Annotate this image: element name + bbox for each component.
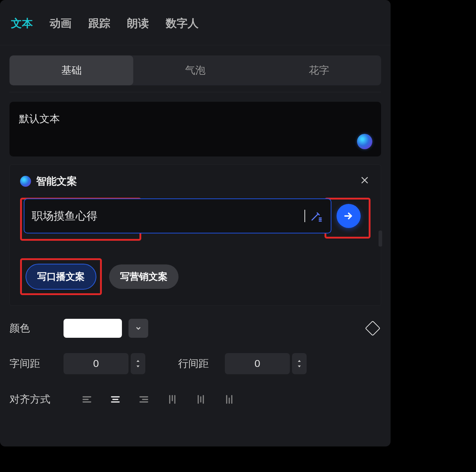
svg-marker-9 bbox=[298, 365, 301, 367]
svg-marker-6 bbox=[137, 360, 139, 362]
align-vertical-bottom-icon[interactable] bbox=[217, 390, 242, 409]
subtab-bubble[interactable]: 气泡 bbox=[133, 55, 257, 85]
color-swatch[interactable] bbox=[64, 319, 122, 338]
ai-modal-header: 智能文案 bbox=[20, 174, 371, 188]
spacing-row: 字间距 0 行间距 0 bbox=[9, 353, 381, 374]
text-controls: 颜色 字间距 0 行间距 0 bbox=[0, 306, 391, 409]
color-row: 颜色 bbox=[9, 319, 381, 338]
ai-prompt-value: 职场摸鱼心得 bbox=[32, 209, 304, 224]
align-vertical-top-icon[interactable] bbox=[160, 390, 185, 409]
letter-spacing-stepper[interactable] bbox=[131, 353, 145, 374]
align-left-icon[interactable] bbox=[74, 390, 99, 409]
letter-spacing-label: 字间距 bbox=[9, 357, 57, 371]
color-label: 颜色 bbox=[9, 321, 57, 335]
keyframe-diamond-icon[interactable] bbox=[365, 321, 380, 336]
divider bbox=[9, 92, 381, 92]
ai-copy-modal: 智能文案 职场摸鱼心得 bbox=[9, 165, 381, 306]
chip-marketing[interactable]: 写营销文案 bbox=[109, 264, 178, 289]
text-cursor bbox=[304, 210, 305, 222]
tab-text[interactable]: 文本 bbox=[11, 16, 33, 31]
line-spacing-label: 行间距 bbox=[178, 357, 218, 371]
ai-modal-title: 智能文案 bbox=[36, 174, 77, 188]
ai-orb-small-icon bbox=[20, 176, 31, 187]
text-content-box[interactable]: 默认文本 bbox=[9, 102, 381, 156]
sub-tabs: 基础 气泡 花字 bbox=[9, 55, 381, 85]
subtab-basic[interactable]: 基础 bbox=[9, 55, 133, 85]
tab-read-aloud[interactable]: 朗读 bbox=[127, 16, 149, 31]
top-tabs: 文本 动画 跟踪 朗读 数字人 bbox=[0, 0, 391, 45]
alignment-label: 对齐方式 bbox=[9, 392, 57, 406]
tab-digital-human[interactable]: 数字人 bbox=[166, 16, 199, 31]
tab-tracking[interactable]: 跟踪 bbox=[88, 16, 110, 31]
alignment-row: 对齐方式 bbox=[9, 390, 381, 409]
ai-chips-row: 写口播文案 写营销文案 bbox=[20, 258, 371, 295]
magic-wand-icon[interactable] bbox=[309, 209, 323, 223]
text-properties-panel: 文本 动画 跟踪 朗读 数字人 基础 气泡 花字 默认文本 智能文案 bbox=[0, 0, 391, 446]
text-content-value: 默认文本 bbox=[19, 113, 60, 124]
subtab-styled[interactable]: 花字 bbox=[257, 55, 381, 85]
alignment-buttons bbox=[74, 390, 242, 409]
line-spacing-value: 0 bbox=[254, 358, 260, 370]
align-vertical-middle-icon[interactable] bbox=[188, 390, 213, 409]
color-dropdown[interactable] bbox=[128, 319, 148, 338]
chip-koubo[interactable]: 写口播文案 bbox=[26, 264, 96, 290]
ai-submit-button[interactable] bbox=[337, 204, 361, 228]
tab-animation[interactable]: 动画 bbox=[50, 16, 72, 31]
close-icon[interactable] bbox=[358, 174, 371, 187]
align-center-icon[interactable] bbox=[103, 390, 128, 409]
line-spacing-stepper[interactable] bbox=[292, 353, 307, 374]
svg-marker-8 bbox=[298, 360, 301, 362]
ai-prompt-field[interactable]: 职场摸鱼心得 bbox=[24, 198, 331, 233]
svg-marker-7 bbox=[137, 365, 139, 367]
align-right-icon[interactable] bbox=[131, 390, 156, 409]
highlight-chip: 写口播文案 bbox=[20, 258, 102, 295]
letter-spacing-value: 0 bbox=[93, 358, 99, 370]
line-spacing-input[interactable]: 0 bbox=[225, 353, 290, 374]
letter-spacing-input[interactable]: 0 bbox=[64, 353, 128, 374]
ai-orb-icon[interactable] bbox=[357, 134, 372, 149]
